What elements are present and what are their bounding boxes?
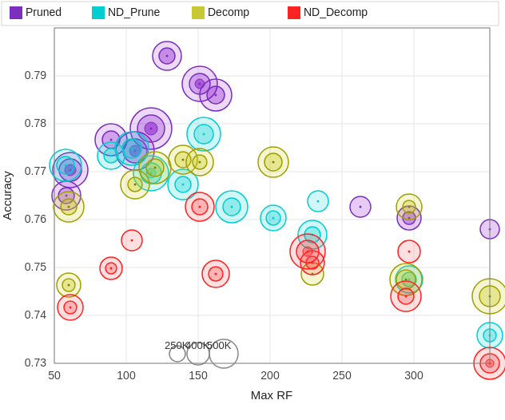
bubble-dot [110, 139, 113, 141]
x-tick-50: 50 [48, 369, 61, 382]
size-legend-label-500k: 500K [207, 339, 232, 351]
legend-label-decomp: Decomp [208, 6, 249, 18]
bubble-dot [68, 206, 70, 208]
legend-label-pruned: Pruned [26, 6, 62, 18]
y-tick-076: 0.76 [25, 212, 46, 225]
bubble-dot [307, 251, 309, 253]
legend-label-ndprune: ND_Prune [108, 6, 161, 18]
bubble-dot [231, 206, 233, 208]
svg-rect-18 [2, 2, 499, 26]
bubble-dot [405, 295, 408, 298]
x-tick-250: 250 [332, 369, 352, 382]
x-tick-200: 200 [260, 369, 280, 382]
bubble-dot [272, 161, 275, 164]
bubble-dot [70, 307, 72, 309]
x-tick-100: 100 [117, 369, 136, 382]
x-tick-150: 150 [189, 369, 208, 382]
y-tick-074: 0.74 [25, 308, 46, 321]
bubble-dot [154, 167, 157, 169]
bubble-dot [182, 159, 185, 161]
y-tick-078: 0.78 [25, 117, 46, 129]
chart-container: 0.73 0.74 0.75 0.76 0.77 0.78 0.79 50 10… [0, 0, 505, 420]
bubble-dot [199, 161, 201, 164]
legend-label-nddecomp: ND_Decomp [304, 6, 368, 18]
y-tick-075: 0.75 [25, 260, 46, 273]
y-tick-073: 0.73 [25, 356, 46, 369]
bubble-dot [199, 83, 201, 85]
bubble-dot [215, 94, 217, 97]
bubble-dot [408, 206, 411, 208]
bubble-dot [408, 251, 411, 253]
y-tick-077: 0.77 [25, 164, 46, 177]
svg-rect-1 [54, 28, 490, 363]
y-axis-label: Accuracy [0, 171, 14, 220]
bubble-dot [360, 206, 362, 208]
bubble-dot [131, 240, 133, 242]
x-tick-300: 300 [404, 369, 423, 382]
bubble-dot [182, 184, 185, 186]
bubble-dot [150, 128, 153, 130]
bubble-dot [272, 217, 275, 220]
bubble-dot [110, 267, 113, 270]
legend-color-decomp [192, 6, 205, 19]
bubble-dot [203, 133, 205, 136]
y-tick-079: 0.79 [25, 69, 46, 81]
bubble-dot [405, 279, 408, 281]
x-axis-label: Max RF [251, 388, 293, 402]
bubble-dot [65, 164, 67, 167]
bubble-dot [215, 273, 217, 275]
bubble-dot [68, 284, 70, 287]
bubble-dot [166, 55, 169, 57]
bubble-dot [199, 206, 201, 208]
legend-color-nddecomp [288, 6, 300, 19]
bubble-dot [131, 148, 133, 150]
bubble-dot [134, 184, 137, 186]
bubble-dot [110, 155, 113, 157]
bubble-dot [317, 200, 320, 203]
legend-color-pruned [10, 6, 22, 19]
legend-color-ndprune [92, 6, 105, 19]
